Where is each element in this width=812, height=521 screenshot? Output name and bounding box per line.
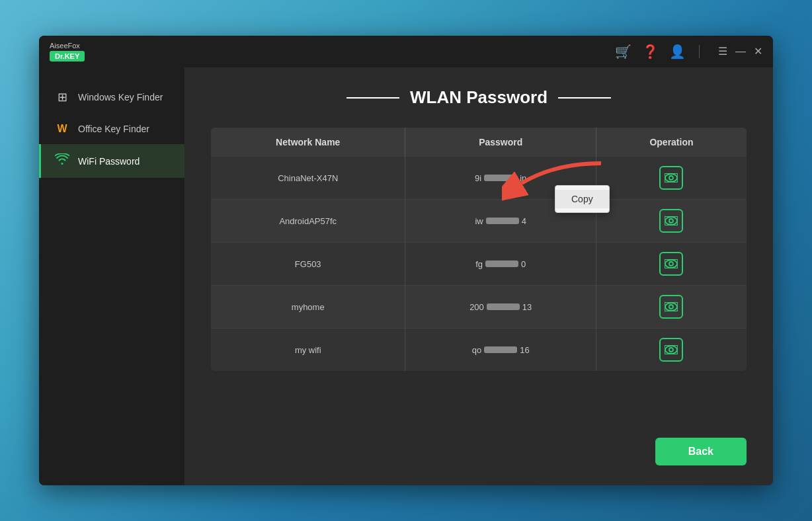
sidebar-item-windows-key-finder[interactable]: ⊞ Windows Key Finder bbox=[39, 81, 184, 114]
svg-point-4 bbox=[669, 219, 673, 223]
table-header-row: Network Name Password Operation bbox=[211, 128, 747, 157]
menu-button[interactable]: ☰ bbox=[718, 46, 727, 57]
app-window: AiseeFox Dr.KEY 🛒 ❓ 👤 ☰ — ✕ ⊞ Windows Ke… bbox=[39, 36, 773, 485]
wifi-table: Network Name Password Operation ChinaNet… bbox=[211, 128, 747, 371]
table-row: my wifiqo16 bbox=[211, 329, 747, 372]
cart-icon[interactable]: 🛒 bbox=[615, 44, 631, 60]
sidebar-item-label-wifi: WiFi Password bbox=[78, 156, 140, 167]
col-operation: Operation bbox=[596, 128, 747, 157]
table-row: ChinaNet-X47N9iin bbox=[211, 157, 747, 200]
svg-rect-8 bbox=[665, 259, 678, 268]
main-content: WLAN Password Network Name Password Oper… bbox=[184, 67, 773, 485]
cell-network-name: AndroidAP57fc bbox=[211, 200, 405, 243]
cell-network-name: my wifi bbox=[211, 329, 405, 372]
eye-button[interactable] bbox=[659, 295, 683, 319]
titlebar-icons: 🛒 ❓ 👤 ☰ — ✕ bbox=[615, 44, 762, 60]
product-badge: Dr.KEY bbox=[50, 51, 85, 61]
table-row: FG503fg0 bbox=[211, 243, 747, 286]
cell-operation bbox=[596, 286, 747, 329]
svg-point-6 bbox=[665, 260, 677, 268]
sidebar-item-office-key-finder[interactable]: W Office Key Finder bbox=[39, 114, 184, 144]
titlebar-divider bbox=[699, 45, 700, 58]
copy-context-menu: Copy bbox=[555, 185, 610, 213]
title-line-right bbox=[558, 97, 611, 99]
cell-operation bbox=[596, 243, 747, 286]
eye-button[interactable] bbox=[659, 166, 683, 190]
eye-button[interactable] bbox=[659, 209, 683, 233]
window-controls: ☰ — ✕ bbox=[718, 46, 762, 57]
sidebar-item-label-windows: Windows Key Finder bbox=[78, 92, 163, 102]
title-line-left bbox=[346, 97, 399, 99]
table-row: myhome20013 bbox=[211, 286, 747, 329]
eye-button[interactable] bbox=[659, 252, 683, 276]
app-body: ⊞ Windows Key Finder W Office Key Finder… bbox=[39, 67, 773, 485]
help-icon[interactable]: ❓ bbox=[642, 44, 659, 60]
cell-password: qo16 bbox=[405, 329, 596, 372]
svg-point-9 bbox=[665, 303, 677, 311]
cell-password: fg0 bbox=[405, 243, 596, 286]
svg-point-3 bbox=[665, 217, 677, 225]
minimize-button[interactable]: — bbox=[735, 46, 746, 57]
cell-network-name: myhome bbox=[211, 286, 405, 329]
office-key-icon: W bbox=[54, 123, 70, 135]
col-password: Password bbox=[405, 128, 596, 157]
page-title-text: WLAN Password bbox=[410, 87, 548, 108]
svg-point-10 bbox=[669, 305, 673, 309]
svg-rect-11 bbox=[665, 302, 678, 311]
cell-password: 20013 bbox=[405, 286, 596, 329]
svg-rect-2 bbox=[665, 173, 678, 182]
windows-key-icon: ⊞ bbox=[54, 90, 70, 104]
cell-network-name: ChinaNet-X47N bbox=[211, 157, 405, 200]
sidebar-item-wifi-password[interactable]: WiFi Password bbox=[39, 144, 184, 178]
wifi-icon bbox=[54, 153, 70, 169]
close-button[interactable]: ✕ bbox=[754, 46, 762, 57]
svg-point-12 bbox=[665, 346, 677, 354]
cell-operation bbox=[596, 200, 747, 243]
eye-button[interactable] bbox=[659, 338, 683, 362]
svg-rect-14 bbox=[665, 345, 678, 354]
sidebar: ⊞ Windows Key Finder W Office Key Finder… bbox=[39, 67, 184, 485]
user-icon[interactable]: 👤 bbox=[669, 44, 686, 60]
sidebar-item-label-office: Office Key Finder bbox=[78, 124, 149, 134]
col-network-name: Network Name bbox=[211, 128, 405, 157]
brand: AiseeFox Dr.KEY bbox=[50, 42, 85, 61]
table-row: AndroidAP57fciw4 bbox=[211, 200, 747, 243]
svg-point-0 bbox=[665, 174, 677, 182]
cell-operation bbox=[596, 157, 747, 200]
cell-operation bbox=[596, 329, 747, 372]
svg-point-1 bbox=[669, 176, 673, 180]
cell-network-name: FG503 bbox=[211, 243, 405, 286]
titlebar: AiseeFox Dr.KEY 🛒 ❓ 👤 ☰ — ✕ bbox=[39, 36, 773, 67]
svg-point-7 bbox=[669, 262, 673, 266]
svg-point-13 bbox=[669, 348, 673, 352]
copy-menu-item[interactable]: Copy bbox=[555, 190, 609, 208]
company-name: AiseeFox bbox=[50, 42, 80, 50]
svg-rect-5 bbox=[665, 216, 678, 225]
back-button[interactable]: Back bbox=[655, 438, 747, 465]
page-title: WLAN Password bbox=[211, 87, 747, 108]
